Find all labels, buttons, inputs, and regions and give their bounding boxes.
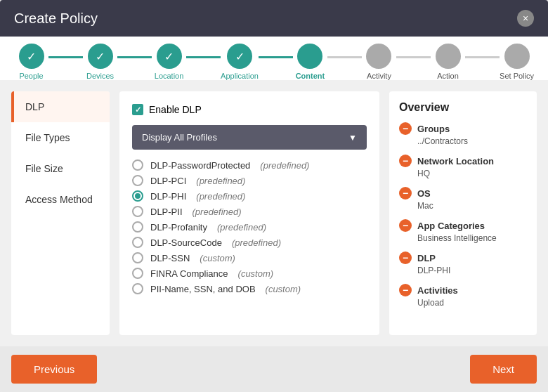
profile-type: (predefined) xyxy=(232,237,281,248)
overview-item-header: DLP xyxy=(399,251,527,264)
radio-dlp-pii[interactable] xyxy=(132,206,143,217)
profile-name: PII-Name, SSN, and DOB xyxy=(150,284,256,294)
profile-name: DLP-SourceCode xyxy=(150,237,222,248)
step-circle-action xyxy=(436,44,461,69)
overview-item-network-location: Network Location HQ xyxy=(399,155,527,178)
minus-icon-network-location[interactable] xyxy=(399,155,412,167)
minus-icon-groups[interactable] xyxy=(399,122,412,135)
enable-dlp-row: Enable DLP xyxy=(132,104,367,115)
profile-name: DLP-SSN xyxy=(150,253,190,263)
overview-item-groups: Groups ../Contractors xyxy=(399,122,527,146)
step-circle-set-policy xyxy=(504,44,530,69)
step-circle-activity xyxy=(366,44,391,69)
radio-dlp-profanity[interactable] xyxy=(132,221,143,233)
step-label-content: Content xyxy=(296,72,325,80)
overview-item-header: OS xyxy=(399,187,527,200)
list-item: FINRA Compliance (custom) xyxy=(132,268,367,279)
radio-inner xyxy=(135,193,141,199)
step-content[interactable]: Content xyxy=(293,44,327,80)
overview-activities-label: Activities xyxy=(417,285,458,296)
step-application[interactable]: ✓ Application xyxy=(221,44,259,80)
overview-network-value: HQ xyxy=(399,169,527,178)
main-panel: Enable DLP Display All Profiles ▼ DLP-Pa… xyxy=(119,91,379,335)
connector-5 xyxy=(396,56,431,58)
profile-type: (predefined) xyxy=(196,191,245,202)
overview-os-label: OS xyxy=(417,188,431,199)
list-item: DLP-SourceCode (predefined) xyxy=(132,237,367,248)
overview-item-dlp: DLP DLP-PHI xyxy=(399,251,527,275)
overview-app-categories-label: App Categories xyxy=(417,221,485,231)
profile-type: (custom) xyxy=(266,284,301,294)
previous-button[interactable]: Previous xyxy=(11,355,97,384)
connector-6 xyxy=(465,56,500,58)
step-label-application: Application xyxy=(221,72,259,80)
step-circle-devices: ✓ xyxy=(88,44,113,69)
sidebar-item-file-size[interactable]: File Size xyxy=(11,153,110,184)
step-activity[interactable]: Activity xyxy=(362,44,396,80)
step-devices[interactable]: ✓ Devices xyxy=(83,44,117,80)
radio-dlp-phi[interactable] xyxy=(132,190,143,202)
radio-finra[interactable] xyxy=(132,268,143,279)
step-circle-content xyxy=(297,44,322,69)
list-item: PII-Name, SSN, and DOB (custom) xyxy=(132,283,367,294)
radio-dlp-pci[interactable] xyxy=(132,175,143,186)
radio-dlp-sourcecode[interactable] xyxy=(132,237,143,248)
step-circle-application: ✓ xyxy=(227,44,252,69)
sidebar-item-file-types[interactable]: File Types xyxy=(11,122,110,153)
modal-header: Create Policy × xyxy=(0,0,548,37)
content-area: DLP File Types File Size Access Method E… xyxy=(0,80,548,346)
minus-icon-activities[interactable] xyxy=(399,284,412,296)
modal-container: Create Policy × ✓ People ✓ Devices ✓ Loc… xyxy=(0,0,548,392)
list-item: DLP-Profanity (predefined) xyxy=(132,221,367,233)
sidebar-item-access-method[interactable]: Access Method xyxy=(11,184,110,215)
step-label-people: People xyxy=(19,72,43,80)
overview-app-categories-value: Business Intelligence xyxy=(399,233,527,243)
list-item: DLP-PHI (predefined) xyxy=(132,190,367,202)
profile-name: FINRA Compliance xyxy=(150,268,228,279)
connector-0 xyxy=(48,56,83,58)
radio-dlp-ssn[interactable] xyxy=(132,252,143,263)
minus-icon-app-categories[interactable] xyxy=(399,219,412,232)
overview-title: Overview xyxy=(399,101,527,114)
overview-activities-value: Upload xyxy=(399,298,527,308)
step-label-location: Location xyxy=(155,72,184,80)
connector-2 xyxy=(186,56,221,58)
step-people[interactable]: ✓ People xyxy=(14,44,48,80)
dropdown-arrow-icon: ▼ xyxy=(348,133,357,143)
step-set-policy[interactable]: Set Policy xyxy=(500,44,534,80)
list-item: DLP-PII (predefined) xyxy=(132,206,367,217)
overview-panel: Overview Groups ../Contractors Network L… xyxy=(389,91,537,335)
overview-item-header: Network Location xyxy=(399,155,527,167)
overview-item-header: Activities xyxy=(399,284,527,296)
step-location[interactable]: ✓ Location xyxy=(152,44,186,80)
sidebar: DLP File Types File Size Access Method xyxy=(11,91,110,335)
step-action[interactable]: Action xyxy=(431,44,465,80)
connector-1 xyxy=(117,56,152,58)
step-label-set-policy: Set Policy xyxy=(500,72,534,80)
radio-dlp-password[interactable] xyxy=(132,159,143,171)
overview-item-header: Groups xyxy=(399,122,527,135)
profile-type: (predefined) xyxy=(217,222,266,233)
connector-3 xyxy=(259,56,293,58)
display-profiles-dropdown[interactable]: Display All Profiles ▼ xyxy=(132,125,367,150)
sidebar-item-dlp[interactable]: DLP xyxy=(11,91,110,122)
list-item: DLP-SSN (custom) xyxy=(132,252,367,263)
profile-type: (predefined) xyxy=(193,207,242,217)
minus-icon-os[interactable] xyxy=(399,187,412,200)
minus-icon-dlp[interactable] xyxy=(399,251,412,264)
profile-name: DLP-Profanity xyxy=(150,222,207,233)
list-item: DLP-PasswordProtected (predefined) xyxy=(132,159,367,171)
overview-network-label: Network Location xyxy=(417,156,494,166)
radio-pii-name[interactable] xyxy=(132,283,143,294)
profile-type: (predefined) xyxy=(196,176,245,186)
profile-name: DLP-PHI xyxy=(150,191,186,202)
profile-name: DLP-PCI xyxy=(150,176,186,186)
dropdown-label: Display All Profiles xyxy=(142,132,217,143)
enable-dlp-checkbox[interactable] xyxy=(132,104,143,115)
overview-item-activities: Activities Upload xyxy=(399,284,527,308)
step-circle-location: ✓ xyxy=(157,44,182,69)
enable-dlp-label: Enable DLP xyxy=(149,104,202,115)
close-button[interactable]: × xyxy=(517,10,534,27)
overview-groups-label: Groups xyxy=(417,124,450,134)
next-button[interactable]: Next xyxy=(470,355,537,384)
